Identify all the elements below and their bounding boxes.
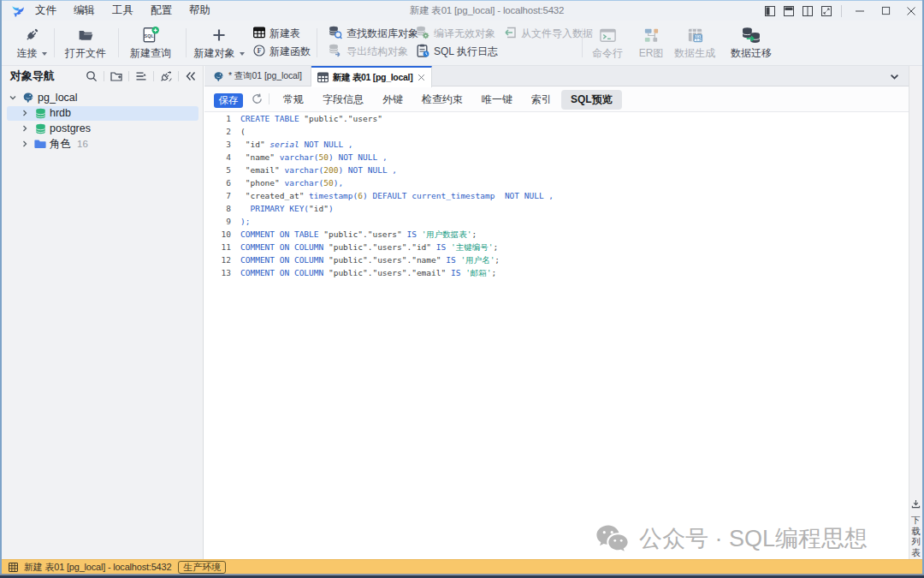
code-text: "created_at" timestamp(6) DEFAULT curren… (240, 189, 554, 202)
toolbar-divider (317, 28, 317, 57)
watermark-text: 公众号 · SQL编程思想 (639, 523, 868, 554)
tree-chevron-right-icon[interactable] (20, 123, 30, 134)
toolbar-data-generate-label: 数据生成 (674, 46, 715, 61)
layout-split-icon[interactable] (798, 1, 817, 21)
layout-sidebar-icon[interactable] (761, 1, 779, 21)
minimize-button[interactable] (847, 1, 873, 21)
toolbar-data-migrate-button[interactable]: 数据迁移 (729, 25, 773, 61)
toolbar-export-structure-button[interactable]: 导出结构对象 (329, 45, 408, 59)
tree-chevron-right-icon[interactable] (20, 108, 30, 118)
tree-chevron-down-icon[interactable] (8, 92, 18, 103)
line-number: 1 (204, 112, 231, 125)
sidebar-tools-divider (104, 71, 104, 81)
designer-tab-SQL预览[interactable]: SQL预览 (561, 90, 622, 110)
toolbar-command-line-label: 命令行 (592, 46, 623, 61)
postgres-elephant-icon (213, 71, 224, 82)
collapse-left-icon[interactable] (183, 69, 198, 84)
tab-query01[interactable]: * 查询01 [pg_local] (204, 66, 311, 86)
code-text: COMMENT ON COLUMN "public"."users"."emai… (240, 266, 496, 279)
line-number: 6 (204, 176, 231, 189)
title-bar: 文件编辑工具配置帮助 新建 表01 [pg_local] - localhost… (0, 1, 924, 21)
window-controls-divider (841, 5, 842, 17)
toolbar-new-object-button[interactable]: 新建对象 (195, 25, 243, 61)
layout-toppanel-icon[interactable] (779, 1, 798, 21)
tree-item-label: pg_local (38, 92, 78, 104)
search-icon[interactable] (84, 69, 99, 84)
toolbar-sql-log-button[interactable]: SQL 执行日志 (416, 45, 498, 59)
code-text: COMMENT ON TABLE "public"."users" IS '用户… (240, 228, 477, 241)
toolbar-import-from-file-button[interactable]: 从文件导入数据 (503, 27, 593, 41)
tree-item-hrdb[interactable]: hrdb (2, 105, 203, 121)
main-toolbar: 连接打开文件新建查询新建对象新建表新建函数查找数据库对象导出结构对象编译无效对象… (2, 21, 922, 66)
close-button[interactable] (898, 1, 924, 21)
tree-item-label: hrdb (50, 107, 71, 119)
window-controls (761, 1, 924, 21)
tab-close-icon[interactable] (418, 74, 425, 81)
menu-edit[interactable]: 编辑 (65, 1, 104, 21)
code-line: 8 PRIMARY KEY("id") (204, 202, 909, 215)
toolbar-import-from-file-label: 从文件导入数据 (521, 27, 593, 41)
layout-expand-icon[interactable] (817, 1, 836, 21)
wechat-icon (594, 524, 631, 553)
menu-tools[interactable]: 工具 (104, 1, 142, 21)
save-button[interactable]: 保存 (214, 93, 243, 108)
toolbar-er-diagram-button[interactable]: ER图 (634, 25, 668, 61)
code-text: CREATE TABLE "public"."users" (240, 112, 382, 125)
toolbar-divider (186, 28, 187, 57)
line-number: 5 (204, 164, 231, 176)
toolbar-command-line-button[interactable]: 命令行 (590, 25, 625, 61)
download-list-tab[interactable]: 下载列表 (909, 497, 922, 557)
code-line: 10COMMENT ON TABLE "public"."users" IS '… (204, 228, 909, 241)
toolbar-new-function-button[interactable]: 新建函数 (253, 45, 311, 59)
toolbar-new-query-button[interactable]: 新建查询 (128, 25, 173, 61)
toolbar-find-db-object-label: 查找数据库对象 (346, 27, 418, 41)
menu-file[interactable]: 文件 (27, 1, 65, 21)
toolbar-er-diagram-label: ER图 (639, 46, 664, 61)
toolbar-connect-button[interactable]: 连接 (12, 25, 51, 61)
menu-config[interactable]: 配置 (142, 1, 181, 21)
toolbar-new-object-icon (211, 25, 227, 45)
tree-item-pg_local[interactable]: pg_local (2, 90, 203, 105)
caret-down-icon (240, 52, 245, 56)
toolbar-open-file-button[interactable]: 打开文件 (63, 25, 108, 61)
toolbar-export-structure-label: 导出结构对象 (346, 45, 408, 59)
list-collapse-icon[interactable] (133, 69, 149, 84)
sidebar-tools-divider (128, 71, 129, 81)
toolbar-data-generate-button[interactable]: 数据生成 (674, 25, 715, 61)
window-title: 新建 表01 [pg_local] - localhost:5432 (410, 1, 565, 21)
code-text: "id" serial NOT NULL , (240, 138, 353, 151)
designer-tab-常规[interactable]: 常规 (274, 90, 313, 110)
line-number: 11 (204, 241, 231, 253)
toolbar-command-line-icon (599, 25, 617, 45)
tree-chevron-right-icon[interactable] (20, 139, 30, 149)
designer-tab-索引[interactable]: 索引 (522, 90, 561, 110)
designer-tab-唯一键[interactable]: 唯一键 (472, 90, 522, 110)
code-line: 13COMMENT ON COLUMN "public"."users"."em… (204, 266, 909, 279)
plug-sync-icon[interactable] (158, 69, 174, 84)
designer-tab-外键[interactable]: 外键 (373, 90, 412, 110)
tab-new-table01[interactable]: 新建 表01 [pg_local] (311, 66, 433, 87)
toolbar-compile-invalid-button[interactable]: 编译无效对象 (416, 27, 495, 41)
designer-tab-检查约束[interactable]: 检查约束 (412, 90, 472, 110)
refresh-icon[interactable] (250, 92, 264, 106)
menu-help[interactable]: 帮助 (181, 1, 219, 21)
sql-preview-editor[interactable]: 1CREATE TABLE "public"."users"2(3 "id" s… (204, 112, 909, 559)
maximize-button[interactable] (873, 1, 898, 21)
toolbar-find-db-object-button[interactable]: 查找数据库对象 (329, 27, 418, 41)
tab-overflow-chevron-icon[interactable] (889, 70, 900, 86)
tree-item-[interactable]: 角色16 (2, 136, 203, 152)
toolbar-new-table-button[interactable]: 新建表 (253, 27, 300, 41)
toolbar-open-file-label: 打开文件 (65, 46, 106, 61)
window-border-left (0, 0, 2, 575)
toolbar-compile-invalid-label: 编译无效对象 (434, 27, 495, 41)
line-number: 8 (204, 202, 231, 215)
code-text: ( (240, 125, 246, 138)
tree-item-postgres[interactable]: postgres (2, 121, 203, 136)
line-number: 12 (204, 253, 231, 266)
folder-plus-icon[interactable] (109, 69, 124, 84)
object-navigator-title: 对象导航 (10, 69, 55, 84)
toolbar-connect-label: 连接 (17, 46, 47, 61)
designer-tab-字段信息[interactable]: 字段信息 (313, 90, 373, 110)
tree-item-label: postgres (50, 122, 91, 134)
watermark: 公众号 · SQL编程思想 (594, 523, 868, 554)
